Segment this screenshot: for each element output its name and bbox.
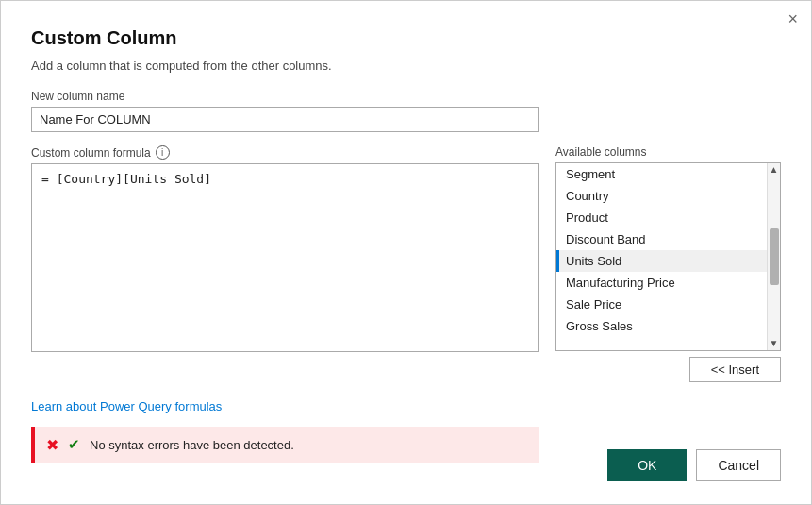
insert-button[interactable]: << Insert bbox=[689, 357, 781, 382]
scrollbar-thumb[interactable] bbox=[770, 228, 779, 285]
list-item[interactable]: Gross Sales bbox=[556, 315, 767, 337]
avail-columns-list: SegmentCountryProductDiscount BandUnits … bbox=[556, 163, 767, 350]
dialog-subtitle: Add a column that is computed from the o… bbox=[31, 59, 781, 73]
close-button[interactable]: × bbox=[787, 10, 798, 27]
formula-area: Custom column formula i Available column… bbox=[31, 145, 781, 382]
scroll-up-arrow[interactable]: ▲ bbox=[770, 165, 779, 175]
syntax-text: No syntax errors have been detected. bbox=[90, 438, 294, 452]
list-item[interactable]: Manufacturing Price bbox=[556, 272, 767, 294]
list-item[interactable]: Discount Band bbox=[556, 228, 767, 250]
info-icon[interactable]: i bbox=[156, 145, 170, 160]
check-icon: ✔ bbox=[68, 436, 80, 453]
col-name-label: New column name bbox=[31, 90, 781, 103]
footer-buttons: OK Cancel bbox=[607, 449, 781, 481]
list-item[interactable]: Sale Price bbox=[556, 294, 767, 315]
ok-button[interactable]: OK bbox=[607, 449, 687, 481]
formula-left: Custom column formula i bbox=[31, 145, 539, 355]
formula-label: Custom column formula i bbox=[31, 145, 539, 160]
scroll-down-arrow[interactable]: ▼ bbox=[770, 339, 779, 348]
error-circle-icon: ✖ bbox=[46, 436, 58, 454]
list-item[interactable]: Country bbox=[556, 185, 767, 207]
learn-link[interactable]: Learn about Power Query formulas bbox=[31, 399, 222, 413]
list-item[interactable]: Segment bbox=[556, 163, 767, 185]
avail-columns-container: SegmentCountryProductDiscount BandUnits … bbox=[555, 162, 781, 351]
insert-btn-row: << Insert bbox=[555, 357, 781, 382]
formula-input[interactable] bbox=[31, 163, 539, 352]
dialog-title: Custom Column bbox=[31, 27, 781, 49]
scrollbar[interactable]: ▲ ▼ bbox=[767, 163, 780, 350]
cancel-button[interactable]: Cancel bbox=[696, 449, 781, 481]
avail-columns-label: Available columns bbox=[555, 145, 781, 159]
col-name-input[interactable] bbox=[31, 107, 539, 132]
list-item[interactable]: Product bbox=[556, 207, 767, 228]
list-item[interactable]: Units Sold bbox=[556, 250, 767, 272]
formula-right: Available columns SegmentCountryProductD… bbox=[555, 145, 781, 382]
custom-column-dialog: × Custom Column Add a column that is com… bbox=[0, 0, 812, 505]
syntax-status-box: ✖ ✔ No syntax errors have been detected. bbox=[31, 427, 539, 463]
